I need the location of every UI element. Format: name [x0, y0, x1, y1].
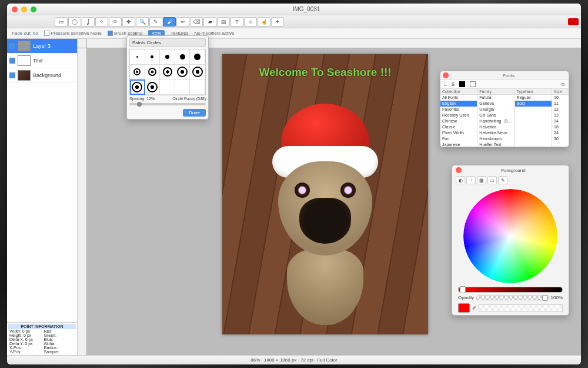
- font-family-item[interactable]: Helvetica Neue: [477, 130, 514, 136]
- font-size-item[interactable]: 24: [552, 130, 569, 136]
- font-family-item[interactable]: Futura: [477, 95, 514, 101]
- font-size-item[interactable]: 12: [552, 107, 569, 112]
- visibility-icon[interactable]: [9, 58, 15, 64]
- font-family-item[interactable]: Herculanum: [477, 136, 514, 142]
- brush-cell[interactable]: [175, 79, 191, 95]
- tool-select-ellipse[interactable]: ◯: [68, 17, 81, 26]
- layer-row[interactable]: Background: [7, 68, 77, 83]
- brightness-slider[interactable]: [458, 287, 563, 293]
- brush-cell[interactable]: [145, 49, 161, 65]
- tool-clone[interactable]: ⎌: [244, 17, 257, 26]
- dog-body-icon: [287, 248, 363, 325]
- tool-bucket[interactable]: ▰: [203, 17, 216, 26]
- brush-cell[interactable]: [145, 65, 161, 80]
- color-wheel[interactable]: [463, 189, 557, 283]
- close-icon[interactable]: [456, 167, 462, 173]
- close-icon[interactable]: [443, 72, 449, 78]
- sliders-tab-icon[interactable]: ⦙: [466, 176, 476, 184]
- strike-icon[interactable]: S̶: [452, 82, 455, 87]
- brush-cell[interactable]: [190, 79, 205, 95]
- layer-name: Text: [33, 58, 43, 64]
- tool-crop[interactable]: ⧈: [109, 17, 122, 26]
- crayons-tab-icon[interactable]: ✎: [498, 176, 507, 184]
- font-collection-item[interactable]: Recently Used: [440, 112, 477, 118]
- fonts-panel[interactable]: Fonts ⎁ S̶ ⚙ CollectionAll FontsEnglishF…: [440, 71, 569, 147]
- font-size-item[interactable]: 36: [552, 136, 569, 142]
- color-panel[interactable]: Foreground ◐ ⦙ ▦ ▭ ✎ Opacity 100% ✐: [452, 165, 569, 316]
- minimize-icon[interactable]: [21, 6, 27, 12]
- wheel-tab-icon[interactable]: ◐: [456, 176, 465, 184]
- color-history-strip[interactable]: [479, 304, 563, 311]
- font-collection-item[interactable]: All Fonts: [440, 95, 477, 101]
- brush-cell[interactable]: [160, 49, 175, 65]
- text-color-icon[interactable]: [459, 81, 465, 87]
- layer-row[interactable]: Layer 3: [7, 39, 77, 54]
- font-size-item[interactable]: 14: [552, 118, 569, 124]
- font-collection-item[interactable]: Japanese: [440, 142, 477, 147]
- bg-color-icon[interactable]: [470, 81, 476, 87]
- brush-cell[interactable]: [175, 49, 191, 65]
- brush-cell[interactable]: [160, 79, 175, 95]
- tool-eraser[interactable]: ⌫: [190, 17, 203, 26]
- brush-group-select[interactable]: Paints Circles: [129, 38, 206, 47]
- palette-tab-icon[interactable]: ▦: [477, 176, 486, 184]
- tool-gradient[interactable]: ▤: [217, 17, 230, 26]
- brush-cell[interactable]: [190, 49, 205, 65]
- brush-cell[interactable]: [130, 49, 145, 65]
- font-family-item[interactable]: Handwriting · Dako: [477, 118, 514, 124]
- close-icon[interactable]: [12, 6, 18, 12]
- font-family-item[interactable]: Helvetica: [477, 124, 514, 130]
- font-size-item[interactable]: 18: [552, 124, 569, 130]
- brush-cell[interactable]: [130, 79, 145, 95]
- pressure-checkbox[interactable]: [44, 31, 49, 36]
- tool-zoom[interactable]: 🔍: [136, 17, 149, 26]
- brush-cell[interactable]: [130, 65, 145, 80]
- font-typeface-item[interactable]: Bold: [515, 101, 552, 107]
- tool-move[interactable]: ✥: [122, 17, 135, 26]
- settings-icon[interactable]: ⚙: [561, 82, 565, 87]
- font-family-item[interactable]: Georgia: [477, 107, 514, 112]
- zoom-icon[interactable]: [31, 6, 36, 12]
- brush-picker-panel[interactable]: Paints Circles Spacing: 12% Circle Fuzzy…: [126, 35, 209, 120]
- current-color-swatch[interactable]: [458, 303, 470, 313]
- done-button[interactable]: Done: [183, 109, 206, 117]
- brush-cell[interactable]: [190, 65, 205, 80]
- font-size-item[interactable]: 10: [552, 95, 569, 101]
- canvas[interactable]: G Welcome To Seashore !!!: [222, 54, 428, 334]
- tool-effects[interactable]: ✦: [271, 17, 284, 26]
- tool-select-rect[interactable]: ▭: [55, 17, 68, 26]
- tool-eyedropper[interactable]: ✎: [149, 17, 162, 26]
- tool-magic-wand[interactable]: ✧: [95, 17, 108, 26]
- layer-row[interactable]: Text: [7, 54, 77, 68]
- layer-thumb-icon: [18, 55, 31, 66]
- tool-brush[interactable]: 🖌: [163, 17, 176, 26]
- font-family-item[interactable]: Gill Sans: [477, 112, 514, 118]
- visibility-icon[interactable]: [9, 72, 15, 78]
- underline-icon[interactable]: ⎁: [444, 82, 447, 87]
- font-collection-item[interactable]: Chinese: [440, 118, 477, 124]
- font-family-item[interactable]: Hoefler Text: [477, 142, 514, 147]
- brush-scaling-checkbox[interactable]: [108, 31, 113, 36]
- tool-pencil[interactable]: ✏: [176, 17, 189, 26]
- font-size-item[interactable]: 11: [552, 101, 569, 107]
- spectrum-tab-icon[interactable]: ▭: [487, 176, 497, 184]
- font-family-item[interactable]: Geneva: [477, 101, 514, 107]
- brush-cell[interactable]: [145, 79, 161, 95]
- font-typeface-item[interactable]: Regular: [515, 95, 552, 101]
- font-collection-item[interactable]: Fixed Width: [440, 130, 477, 136]
- font-collection-item[interactable]: English: [440, 101, 477, 107]
- font-collection-item[interactable]: Favorites: [440, 107, 477, 112]
- font-collection-item[interactable]: Classic: [440, 124, 477, 130]
- font-collection-item[interactable]: Fun: [440, 136, 477, 142]
- visibility-icon[interactable]: [9, 43, 15, 49]
- brush-cell[interactable]: [175, 65, 191, 80]
- tool-lasso[interactable]: ʆ: [82, 17, 95, 26]
- recording-indicator-icon: [568, 18, 579, 25]
- tool-text[interactable]: T: [230, 17, 243, 26]
- brush-cell[interactable]: [160, 65, 175, 80]
- spacing-slider[interactable]: [129, 103, 206, 105]
- font-size-item[interactable]: 13: [552, 112, 569, 118]
- tool-smudge[interactable]: ☝: [258, 17, 270, 26]
- eyedropper-icon[interactable]: ✐: [472, 306, 476, 311]
- opacity-slider[interactable]: [476, 296, 548, 300]
